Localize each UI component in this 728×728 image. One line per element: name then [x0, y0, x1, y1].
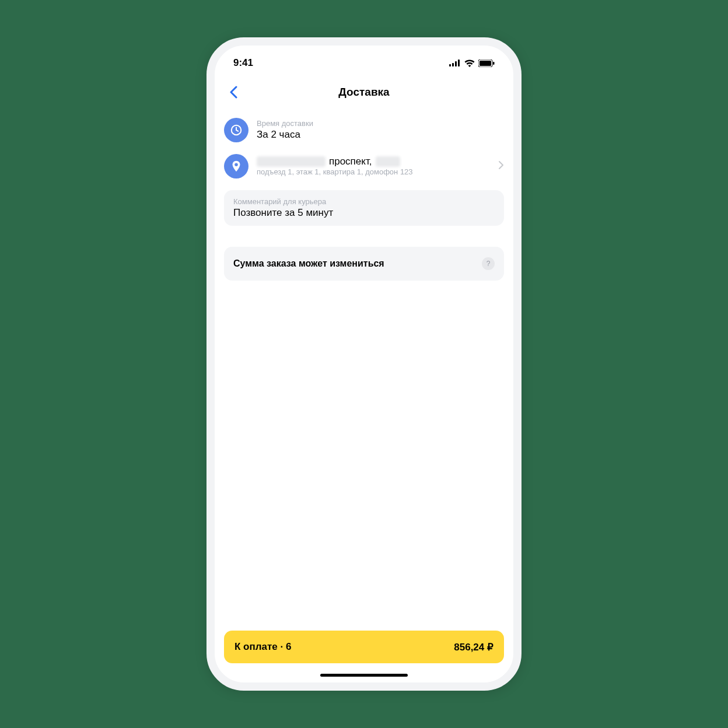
delivery-time-caption: Время доставки [257, 119, 504, 128]
pay-label: К оплате · 6 [235, 641, 291, 653]
clock-icon [224, 118, 249, 142]
home-indicator[interactable] [320, 674, 408, 677]
svg-point-8 [235, 163, 238, 167]
courier-comment-card[interactable]: Комментарий для курьера Позвоните за 5 м… [224, 190, 504, 226]
pay-amount: 856,24 ₽ [454, 641, 494, 653]
pay-button[interactable]: К оплате · 6 856,24 ₽ [224, 631, 504, 663]
svg-rect-1 [452, 63, 454, 66]
page-title: Доставка [215, 86, 513, 99]
chevron-left-icon [229, 86, 237, 99]
svg-rect-2 [455, 61, 457, 66]
pin-icon [224, 154, 249, 178]
status-time: 9:41 [233, 57, 253, 69]
address-line2: подъезд 1, этаж 1, квартира 1, домофон 1… [257, 167, 490, 177]
chevron-right-icon [498, 160, 504, 172]
phone-frame: 9:41 Доставка Время доставки [206, 37, 522, 691]
content: Время доставки За 2 часа проспект, подъе… [215, 107, 513, 631]
svg-rect-6 [493, 62, 495, 65]
help-icon[interactable]: ? [482, 257, 495, 270]
wifi-icon [464, 60, 475, 67]
address-line1: проспект, [257, 156, 490, 167]
comment-caption: Комментарий для курьера [233, 197, 495, 206]
delivery-time-value: За 2 часа [257, 128, 504, 141]
back-button[interactable] [224, 83, 243, 102]
redacted-text [257, 156, 326, 167]
nav-bar: Доставка [215, 77, 513, 107]
svg-rect-0 [449, 64, 451, 66]
comment-value: Позвоните за 5 минут [233, 207, 495, 219]
notice-text: Сумма заказа может измениться [233, 258, 384, 269]
price-change-notice[interactable]: Сумма заказа может измениться ? [224, 247, 504, 281]
battery-icon [478, 60, 495, 67]
cellular-icon [449, 60, 461, 66]
svg-rect-3 [458, 60, 460, 66]
address-row[interactable]: проспект, подъезд 1, этаж 1, квартира 1,… [224, 148, 504, 184]
delivery-time-row[interactable]: Время доставки За 2 часа [224, 112, 504, 148]
status-icons [449, 60, 495, 67]
redacted-text [376, 156, 400, 167]
status-bar: 9:41 [215, 49, 513, 77]
svg-rect-5 [480, 61, 491, 66]
address-visible-text: проспект, [329, 156, 372, 167]
